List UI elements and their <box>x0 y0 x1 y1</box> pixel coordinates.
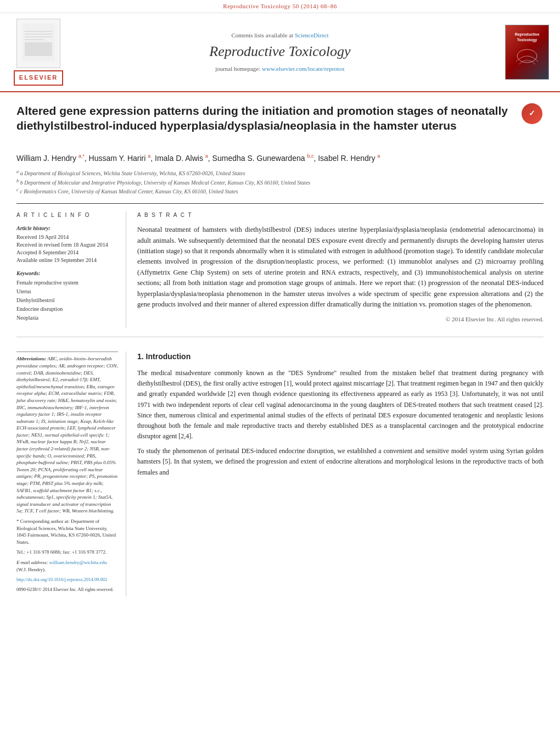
journal-header: ELSEVIER Contents lists available at Sci… <box>0 13 560 92</box>
article-title-section: Altered gene expression patterns during … <box>16 103 544 144</box>
article-info-abstract-section: A R T I C L E I N F O Article history: R… <box>16 203 544 328</box>
section-title: Introduction <box>146 352 191 361</box>
history-revised: Received in revised form 18 August 2014 <box>16 241 118 249</box>
keywords-label: Keywords: <box>16 270 118 277</box>
journal-homepage: journal homepage: www.elsevier.com/locat… <box>66 65 494 73</box>
affiliation-b: b b Department of Molecular and Integrat… <box>16 178 544 187</box>
corresponding-author-text: * Corresponding author at: Department of… <box>16 518 118 545</box>
keywords-list: Female reproductive system Uterus Diethy… <box>16 278 118 322</box>
section-number: 1. <box>137 352 144 361</box>
homepage-label: journal homepage: <box>215 65 260 72</box>
journal-header-center: Contents lists available at ScienceDirec… <box>66 31 494 74</box>
tel-fax-text: Tel.: +1 316 978 6086; fax: +1 316 978 3… <box>16 549 118 556</box>
intro-paragraph-1: The medical misadventure commonly known … <box>137 368 544 442</box>
contents-label: Contents lists available at <box>231 32 293 38</box>
affiliation-a: a a Department of Biological Sciences, W… <box>16 169 544 177</box>
email-link[interactable]: william.hendry@wichita.edu <box>49 560 107 565</box>
keyword-4: Endocrine disruption <box>16 305 118 314</box>
abstract-heading: A B S T R A C T <box>137 211 544 219</box>
doi-text: http://dx.doi.org/10.1016/j.reprotox.201… <box>16 576 118 583</box>
article-info-column: A R T I C L E I N F O Article history: R… <box>16 211 126 328</box>
article-title-container: Altered gene expression patterns during … <box>16 103 516 140</box>
crossmark-symbol: ✓ <box>529 108 535 119</box>
email-text: E-mail address: william.hendry@wichita.e… <box>16 559 118 573</box>
journal-ref-text: Reproductive Toxicology 50 (2014) 68–86 <box>223 3 337 9</box>
footnotes-column: Abbreviations: ABC, avidin–biotin–horser… <box>16 352 126 596</box>
crossmark-circle: ✓ <box>522 103 542 124</box>
doi-link[interactable]: http://dx.doi.org/10.1016/j.reprotox.201… <box>16 577 107 582</box>
journal-reference-bar: Reproductive Toxicology 50 (2014) 68–86 <box>0 0 560 13</box>
affiliations: a a Department of Biological Sciences, W… <box>16 169 544 196</box>
history-accepted: Accepted 8 September 2014 <box>16 249 118 256</box>
homepage-url[interactable]: www.elsevier.com/locate/reprotox <box>262 65 345 72</box>
article-thumbnail <box>16 19 60 68</box>
journal-header-right: ReproductiveToxicology <box>494 25 549 80</box>
introduction-heading: 1. Introduction <box>137 352 544 362</box>
article-body: Altered gene expression patterns during … <box>0 92 560 607</box>
crossmark-badge[interactable]: ✓ <box>522 103 544 125</box>
article-info-heading: A R T I C L E I N F O <box>16 211 118 219</box>
keywords-group: Keywords: Female reproductive system Ute… <box>16 270 118 322</box>
thumbnail-image <box>22 23 55 64</box>
history-online: Available online 19 September 2014 <box>16 256 118 264</box>
keyword-5: Neoplasia <box>16 314 118 322</box>
intro-paragraph-2: To study the phenomenon of perinatal DES… <box>137 446 544 478</box>
journal-cover-image: ReproductiveToxicology <box>505 25 549 80</box>
abbreviations-text: Abbreviations: ABC, avidin–biotin–horser… <box>16 355 118 515</box>
copyright-line: © 2014 Elsevier Inc. All rights reserved… <box>137 315 544 323</box>
issn-text: 0890-6238/© 2014 Elsevier Inc. All right… <box>16 587 118 593</box>
journal-header-logo: ELSEVIER <box>11 19 66 85</box>
keyword-1: Female reproductive system <box>16 278 118 287</box>
journal-title: Reproductive Toxicology <box>66 42 494 62</box>
sciencedirect-link[interactable]: ScienceDirect <box>295 32 329 38</box>
abstract-column: A B S T R A C T Neonatal treatment of ha… <box>137 211 544 328</box>
keyword-3: Diethylstilbestrol <box>16 296 118 305</box>
footnote-divider <box>16 352 118 352</box>
abstract-text: Neonatal treatment of hamsters with diet… <box>137 225 544 310</box>
svg-rect-5 <box>25 42 52 56</box>
contents-available-text: Contents lists available at ScienceDirec… <box>66 31 494 40</box>
keyword-2: Uterus <box>16 287 118 296</box>
elsevier-logo: ELSEVIER <box>14 70 63 85</box>
article-title: Altered gene expression patterns during … <box>16 103 516 133</box>
cover-text: ReproductiveToxicology <box>509 31 545 74</box>
article-history-group: Article history: Received 19 April 2014 … <box>16 225 118 264</box>
section-divider <box>16 337 544 337</box>
history-received: Received 19 April 2014 <box>16 233 118 241</box>
and-word: and <box>159 468 169 476</box>
introduction-column: 1. Introduction The medical misadventure… <box>137 352 544 596</box>
authors-line: William J. Hendry a,*, Hussam Y. Hariri … <box>16 153 544 164</box>
main-content-section: Abbreviations: ABC, avidin–biotin–horser… <box>16 346 544 596</box>
affiliation-c: c c Bioinformatics Core, University of K… <box>16 187 544 196</box>
history-label: Article history: <box>16 225 118 232</box>
